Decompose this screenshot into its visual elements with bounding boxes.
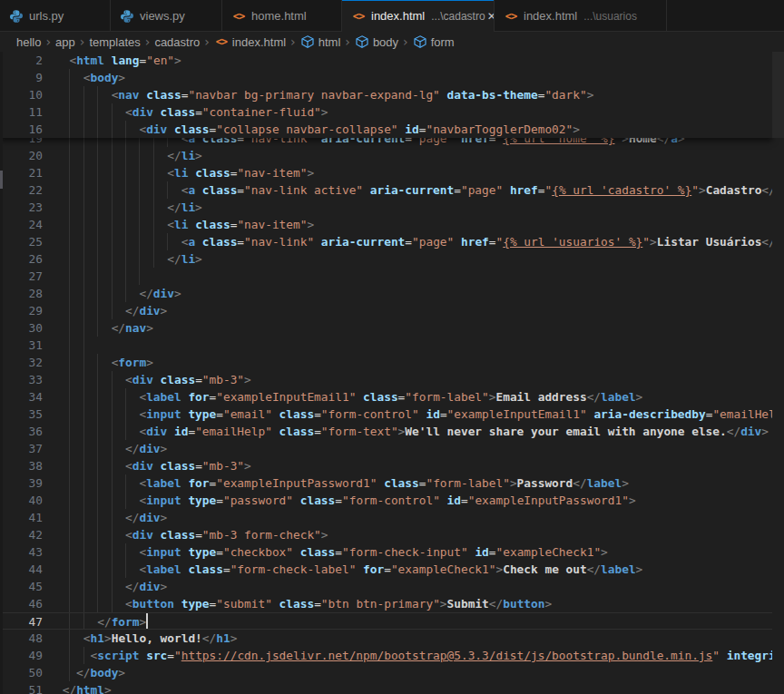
line-number[interactable]: 36 <box>0 423 56 440</box>
line-number[interactable]: 51 <box>0 681 56 694</box>
line-number[interactable]: 16 <box>0 121 56 138</box>
code-line-36[interactable]: 36<div id="emailHelp" class="form-text">… <box>0 423 772 440</box>
html-file-icon: <> <box>214 34 229 49</box>
line-number[interactable]: 38 <box>0 457 56 474</box>
breadcrumb-item-templates[interactable]: templates <box>89 35 140 49</box>
line-number[interactable]: 47 <box>0 613 56 629</box>
code-line-51[interactable]: 51</html> <box>0 681 772 694</box>
line-number[interactable]: 34 <box>0 388 56 406</box>
line-number[interactable]: 29 <box>0 302 56 319</box>
code-line-11[interactable]: 11<div class="container-fluid"> <box>0 103 772 121</box>
code-line-35[interactable]: 35<input type="email" class="form-contro… <box>0 406 772 423</box>
breadcrumb-item-app[interactable]: app <box>55 35 75 49</box>
code-line-39[interactable]: 39<label for="exampleInputPassword1" cla… <box>0 474 772 492</box>
line-number[interactable]: 49 <box>0 647 56 664</box>
code-line-24[interactable]: 24<li class="nav-item"> <box>0 216 772 233</box>
code-line-33[interactable]: 33<div class="mb-3"> <box>0 371 772 388</box>
code-line-50[interactable]: 50</body> <box>0 664 772 681</box>
indent-guides <box>56 371 125 388</box>
line-number[interactable]: 37 <box>0 440 56 457</box>
breadcrumb-item-index-html[interactable]: <>index.html <box>214 34 286 49</box>
line-number[interactable]: 35 <box>0 406 56 423</box>
line-number[interactable]: 46 <box>0 595 56 612</box>
line-number[interactable]: 41 <box>0 509 56 526</box>
breadcrumb-item-body[interactable]: body <box>355 34 398 49</box>
line-number[interactable]: 32 <box>0 354 56 371</box>
tab-views-py[interactable]: views.py <box>111 0 222 32</box>
line-number[interactable]: 28 <box>0 285 56 302</box>
code-line-26[interactable]: 26</li> <box>0 250 772 268</box>
line-number[interactable]: 42 <box>0 526 56 543</box>
code-line-29[interactable]: 29</div> <box>0 302 772 319</box>
code-line-16[interactable]: 16<div class="collapse navbar-collapse" … <box>0 121 772 138</box>
breadcrumb-item-hello[interactable]: hello <box>16 35 41 49</box>
code-line-25[interactable]: 25<a class="nav-link" aria-current="page… <box>0 233 772 250</box>
editor-left-edge <box>0 52 3 694</box>
code-line-22[interactable]: 22<a class="nav-link active" aria-curren… <box>0 181 772 199</box>
close-icon[interactable]: ✕ <box>485 9 495 24</box>
code-line-46[interactable]: 46<button type="submit" class="btn btn-p… <box>0 595 772 612</box>
line-number[interactable]: 23 <box>0 199 56 216</box>
scrollbar-track[interactable] <box>772 52 784 138</box>
code-line-48[interactable]: 48<h1>Hello, world!</h1> <box>0 630 772 647</box>
symbol-cube-icon <box>355 34 369 49</box>
code-line-27[interactable]: 27 <box>0 268 772 285</box>
code-line-47[interactable]: 47</form> <box>0 612 772 630</box>
tab-urls-py[interactable]: urls.py <box>0 0 111 32</box>
code-line-30[interactable]: 30</nav> <box>0 319 772 337</box>
line-number[interactable]: 11 <box>0 103 56 121</box>
tab-home-html[interactable]: <>home.html <box>222 0 342 32</box>
sticky-scroll[interactable]: 2<html lang="en">9<body>10<nav class="na… <box>0 52 772 138</box>
line-number[interactable]: 39 <box>0 474 56 492</box>
code-line-42[interactable]: 42<div class="mb-3 form-check"> <box>0 526 772 543</box>
breadcrumb-item-form[interactable]: form <box>413 34 455 49</box>
code-line-40[interactable]: 40<input type="password" class="form-con… <box>0 492 772 509</box>
line-number[interactable]: 10 <box>0 86 56 103</box>
breadcrumb-label: cadastro <box>154 35 200 49</box>
line-number[interactable]: 45 <box>0 578 56 595</box>
line-number[interactable]: 43 <box>0 543 56 561</box>
line-number[interactable]: 21 <box>0 164 56 181</box>
line-number[interactable]: 44 <box>0 561 56 578</box>
line-number[interactable]: 40 <box>0 492 56 509</box>
code-line-38[interactable]: 38<div class="mb-3"> <box>0 457 772 474</box>
code-line-9[interactable]: 9<body> <box>0 69 772 86</box>
code-line-23[interactable]: 23</li> <box>0 199 772 216</box>
tab-bar: urls.pyviews.py<>home.html<>index.html..… <box>0 0 784 32</box>
tab-index-html-cadastro[interactable]: <>index.html...\cadastro✕ <box>342 0 495 32</box>
line-number[interactable]: 20 <box>0 147 56 164</box>
code-line-10[interactable]: 10<nav class="navbar bg-primary navbar-e… <box>0 86 772 103</box>
line-number[interactable]: 2 <box>0 52 56 69</box>
line-number[interactable]: 27 <box>0 268 56 285</box>
line-number[interactable]: 48 <box>0 630 56 647</box>
code-line-49[interactable]: 49<script src="https://cdn.jsdelivr.net/… <box>0 647 772 664</box>
code-line-41[interactable]: 41</div> <box>0 509 772 526</box>
code-line-21[interactable]: 21<li class="nav-item"> <box>0 164 772 181</box>
code-line-2[interactable]: 2<html lang="en"> <box>0 52 772 69</box>
code-line-31[interactable]: 31 <box>0 337 772 354</box>
code-line-44[interactable]: 44<label class="form-check-label" for="e… <box>0 561 772 578</box>
editor-lines[interactable]: 19<a class="nav-link" aria-current="page… <box>0 130 772 694</box>
breadcrumb-item-html[interactable]: html <box>300 34 341 49</box>
code-line-32[interactable]: 32<form> <box>0 354 772 371</box>
line-number[interactable]: 30 <box>0 319 56 337</box>
line-number[interactable]: 33 <box>0 371 56 388</box>
line-number[interactable]: 22 <box>0 181 56 199</box>
code-line-28[interactable]: 28</div> <box>0 285 772 302</box>
code-line-20[interactable]: 20</li> <box>0 147 772 164</box>
line-number[interactable]: 26 <box>0 250 56 268</box>
line-number[interactable]: 31 <box>0 337 56 354</box>
line-number[interactable]: 50 <box>0 664 56 681</box>
tab-index-html-usuarios[interactable]: <>index.html...\usuarios <box>495 0 667 32</box>
line-number[interactable]: 25 <box>0 233 56 250</box>
breadcrumb-item-cadastro[interactable]: cadastro <box>154 35 200 49</box>
line-number[interactable]: 24 <box>0 216 56 233</box>
line-number[interactable]: 9 <box>0 69 56 86</box>
code-line-37[interactable]: 37</div> <box>0 440 772 457</box>
code-line-34[interactable]: 34<label for="exampleInputEmail1" class=… <box>0 388 772 406</box>
code-editor[interactable]: 19<a class="nav-link" aria-current="page… <box>0 52 784 694</box>
code-text: <input type="password" class="form-contr… <box>56 492 772 509</box>
code-line-43[interactable]: 43<input type="checkbox" class="form-che… <box>0 543 772 561</box>
html-file-icon: <> <box>231 9 246 24</box>
code-line-45[interactable]: 45</div> <box>0 578 772 595</box>
